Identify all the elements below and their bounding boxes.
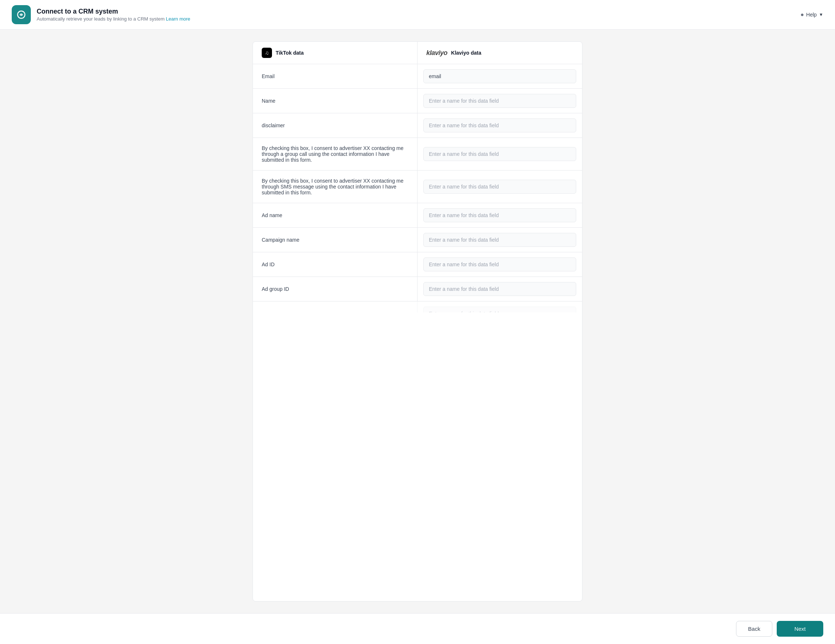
help-button[interactable]: ● Help ▼ [801, 11, 823, 18]
klaviyo-logo: klaviyo [426, 49, 448, 57]
klaviyo-field-cell [418, 138, 582, 170]
tiktok-field-label [253, 301, 418, 312]
table-row: Name [253, 89, 582, 113]
klaviyo-field-cell [418, 301, 582, 312]
header-left: Connect to a CRM system Automatically re… [12, 5, 190, 24]
table-row: Email [253, 64, 582, 89]
table-header: ♫ TikTok data klaviyo Klaviyo data [253, 42, 582, 64]
page-footer: Back Next [0, 613, 835, 644]
klaviyo-field-input[interactable] [423, 208, 576, 222]
tiktok-field-label: Campaign name [253, 228, 418, 252]
klaviyo-field-cell [418, 228, 582, 252]
klaviyo-field-input[interactable] [423, 257, 576, 272]
mapping-table: ♫ TikTok data klaviyo Klaviyo data Email… [253, 41, 582, 602]
tiktok-field-label: Ad name [253, 203, 418, 228]
tiktok-field-label: By checking this box, I consent to adver… [253, 138, 418, 170]
back-button[interactable]: Back [736, 621, 772, 637]
klaviyo-field-input[interactable] [423, 307, 576, 312]
page-title: Connect to a CRM system [37, 8, 190, 15]
main-content: ♫ TikTok data klaviyo Klaviyo data Email… [0, 30, 835, 613]
tiktok-field-label: Ad ID [253, 252, 418, 276]
tiktok-logo: ♫ [262, 48, 272, 58]
table-row: By checking this box, I consent to adver… [253, 171, 582, 203]
learn-more-link[interactable]: Learn more [166, 16, 190, 22]
klaviyo-field-cell [418, 89, 582, 113]
klaviyo-field-cell [418, 113, 582, 138]
klaviyo-field-cell [418, 277, 582, 301]
klaviyo-field-input[interactable] [423, 282, 576, 296]
klaviyo-col-header: klaviyo Klaviyo data [418, 42, 582, 64]
page-subtitle: Automatically retrieve your leads by lin… [37, 16, 190, 22]
klaviyo-field-input[interactable] [423, 94, 576, 108]
table-row: Ad ID [253, 252, 582, 277]
table-row: Campaign name [253, 228, 582, 252]
klaviyo-field-input[interactable] [423, 233, 576, 247]
app-logo [12, 5, 31, 24]
klaviyo-field-input[interactable] [423, 147, 576, 161]
klaviyo-field-input[interactable] [423, 119, 576, 132]
klaviyo-field-cell [418, 64, 582, 88]
table-row: Ad group ID [253, 277, 582, 301]
tiktok-field-label: Ad group ID [253, 277, 418, 301]
page-header: Connect to a CRM system Automatically re… [0, 0, 835, 30]
table-row: disclaimer [253, 113, 582, 138]
tiktok-field-label: By checking this box, I consent to adver… [253, 171, 418, 203]
klaviyo-field-input[interactable] [423, 180, 576, 194]
klaviyo-field-cell [418, 171, 582, 203]
tiktok-field-label: disclaimer [253, 113, 418, 138]
table-row: By checking this box, I consent to adver… [253, 138, 582, 171]
klaviyo-field-cell [418, 203, 582, 228]
help-icon: ● [801, 11, 804, 18]
table-row [253, 301, 582, 312]
tiktok-field-label: Name [253, 89, 418, 113]
table-row: Ad name [253, 203, 582, 228]
next-button[interactable]: Next [777, 621, 823, 637]
klaviyo-field-input[interactable] [423, 69, 576, 83]
tiktok-field-label: Email [253, 64, 418, 88]
klaviyo-field-cell [418, 252, 582, 276]
header-text: Connect to a CRM system Automatically re… [37, 8, 190, 22]
tiktok-col-header: ♫ TikTok data [253, 42, 418, 64]
chevron-down-icon: ▼ [819, 12, 823, 17]
